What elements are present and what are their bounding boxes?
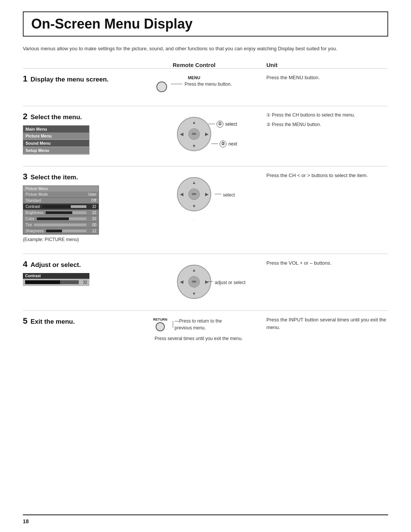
step-1-title-row: 1 Display the menu screen. xyxy=(23,74,145,84)
menu-btn-label: MENU xyxy=(188,75,200,80)
next-annotation: ② next xyxy=(211,141,237,147)
step-5: 5 Exit the menu. RETURN —Press to return… xyxy=(23,310,388,342)
return-line: RETURN —Press to return to theprevious m… xyxy=(153,318,222,331)
page-number: 18 xyxy=(23,518,29,524)
main-menu-mockup: Main Menu Picture Menu Sound Menu Setup … xyxy=(23,125,89,155)
return-btn-label: RETURN xyxy=(153,318,167,321)
example-text: (Example: PICTURE menu) xyxy=(23,237,145,242)
step-3-right: Press the CH < or > buttons to select th… xyxy=(244,172,388,180)
step-2-left: 2 Select the menu. Main Menu Picture Men… xyxy=(23,112,145,155)
step4-adj-annotation: adjust or select xyxy=(206,278,245,285)
step-2-title: Select the menu. xyxy=(30,113,82,121)
dpad-step4-down[interactable]: ▼ xyxy=(192,291,196,296)
contrast-bar-fill xyxy=(25,280,60,284)
dpad-step3-right[interactable]: ▶ xyxy=(205,192,208,197)
dpad-step3[interactable]: ▲ ▼ ◀ ▶ OK xyxy=(177,177,211,211)
contrast-bar-row: 32 xyxy=(23,279,89,286)
page-title-box: On-Screen Menu Display xyxy=(23,11,388,37)
intro-text: Various menus allow you to make settings… xyxy=(23,45,388,53)
pm-row-brightness: Brightness 32 xyxy=(23,210,99,216)
step-2-unit-line-2: ② Press the MENU button. xyxy=(266,121,388,128)
step-4-left: 4 Adjust or select. Contrast 32 xyxy=(23,259,145,286)
dpad-ok-step3[interactable]: OK xyxy=(188,189,200,200)
dpad-ok-step4[interactable]: OK xyxy=(188,276,200,288)
select-annotation: ① select xyxy=(208,121,237,128)
step-3-title: Select the item. xyxy=(30,174,78,181)
annotation-circle-1: ① xyxy=(217,121,223,128)
step-2: 2 Select the menu. Main Menu Picture Men… xyxy=(23,106,388,155)
menu-press-label: Press the menu button. xyxy=(185,81,232,87)
unit-header: Unit xyxy=(244,62,388,68)
step-3-left: 3 Select the item. Picture Menu Picture … xyxy=(23,172,145,242)
page-title: On-Screen Menu Display xyxy=(31,16,380,32)
dpad-left-arrow[interactable]: ◀ xyxy=(180,131,183,136)
step-4-unit-instruction: Press the VOL + or – buttons. xyxy=(266,260,331,266)
step-1-unit-instruction: Press the MENU button. xyxy=(266,75,320,80)
step-5-number: 5 xyxy=(23,316,27,326)
page-footer: 18 xyxy=(23,514,388,524)
next-label: next xyxy=(228,141,237,147)
dpad-right-arrow[interactable]: ▶ xyxy=(205,131,208,136)
step-2-title-row: 2 Select the menu. xyxy=(23,112,145,121)
dpad-step4-up[interactable]: ▲ xyxy=(192,268,196,272)
return-btn-circle[interactable] xyxy=(156,322,165,331)
step-5-right: Press the INPUT button several times unt… xyxy=(244,316,388,332)
dpad-step3-left[interactable]: ◀ xyxy=(180,192,183,197)
step-3-number: 3 xyxy=(23,172,27,182)
step-4-center: ▲ ▼ ◀ ▶ OK adjust or select xyxy=(145,259,244,299)
select-label: select xyxy=(225,121,237,127)
pm-row-standard: Standard Off xyxy=(23,198,99,204)
step-3-unit-instruction: Press the CH < or > buttons to select th… xyxy=(266,173,368,178)
picture-menu-mockup: Picture Menu Picture Mode User Standard … xyxy=(23,185,99,235)
menu-button-area: MENU Press the menu button. xyxy=(156,75,232,92)
step-3: 3 Select the item. Picture Menu Picture … xyxy=(23,166,388,242)
contrast-mockup: Contrast 32 xyxy=(23,273,89,286)
step-4-title: Adjust or select. xyxy=(30,261,81,269)
dpad-step2[interactable]: ▲ ▼ ◀ ▶ OK xyxy=(177,117,211,151)
step-1: 1 Display the menu screen. MENU Press th… xyxy=(23,68,388,94)
step-1-left: 1 Display the menu screen. xyxy=(23,74,145,88)
dpad-step4-left[interactable]: ◀ xyxy=(180,279,183,284)
step-4-title-row: 4 Adjust or select. xyxy=(23,259,145,269)
return-remote-line2: Press several times until you exit the m… xyxy=(155,336,242,341)
contrast-title: Contrast xyxy=(23,273,89,279)
menu-item-setup: Setup Menu xyxy=(23,147,89,154)
contrast-value: 32 xyxy=(80,280,87,284)
annotation-circle-2: ② xyxy=(220,141,226,147)
step-2-unit-line-1: ① Press the CH buttons to select the men… xyxy=(266,112,388,119)
contrast-bar xyxy=(25,280,79,284)
remote-control-header: Remote Control xyxy=(145,62,244,68)
pm-row-tint: Tint 00 xyxy=(23,222,99,228)
menu-item-sound: Sound Menu xyxy=(23,140,89,147)
pm-row-color: Color 32 xyxy=(23,216,99,222)
step-1-title: Display the menu screen. xyxy=(30,76,108,83)
step4-adj-label: adjust or select xyxy=(215,280,245,285)
step-3-title-row: 3 Select the item. xyxy=(23,172,145,182)
dpad-up-arrow[interactable]: ▲ xyxy=(192,120,196,125)
step-4: 4 Adjust or select. Contrast 32 ▲ ▼ ◀ xyxy=(23,254,388,299)
step3-select-label: select xyxy=(223,192,235,198)
dpad-down-arrow[interactable]: ▼ xyxy=(192,144,196,148)
step-2-right: ① Press the CH buttons to select the men… xyxy=(244,112,388,128)
main-menu-header: Main Menu xyxy=(23,126,89,133)
step5-inner: RETURN —Press to return to theprevious m… xyxy=(145,318,242,342)
pm-row-mode: Picture Mode User xyxy=(23,192,99,198)
picture-menu-title: Picture Menu xyxy=(23,186,99,192)
dpad-step3-up[interactable]: ▲ xyxy=(192,180,196,185)
step-1-number: 1 xyxy=(23,74,27,84)
return-remote-line2-wrap: Press several times until you exit the m… xyxy=(155,335,242,342)
step-1-right: Press the MENU button. xyxy=(244,74,388,82)
dpad-step3-down[interactable]: ▼ xyxy=(192,204,196,208)
step-5-title-row: 5 Exit the menu. xyxy=(23,316,145,326)
step-5-unit-instruction: Press the INPUT button several times unt… xyxy=(266,317,386,331)
step-5-left: 5 Exit the menu. xyxy=(23,316,145,330)
step3-select-annotation: select xyxy=(215,191,235,198)
pm-row-contrast: Contrast 32 xyxy=(23,204,99,210)
step-4-right: Press the VOL + or – buttons. xyxy=(244,259,388,267)
menu-btn-circle[interactable] xyxy=(156,81,167,92)
return-remote-line1: —Press to return to theprevious menu. xyxy=(175,318,222,331)
step-2-center: ▲ ▼ ◀ ▶ OK ① select ② xyxy=(145,112,244,151)
step-1-center: MENU Press the menu button. xyxy=(145,74,244,94)
step-2-number: 2 xyxy=(23,112,27,121)
dpad-ok-step2[interactable]: OK xyxy=(188,128,200,140)
